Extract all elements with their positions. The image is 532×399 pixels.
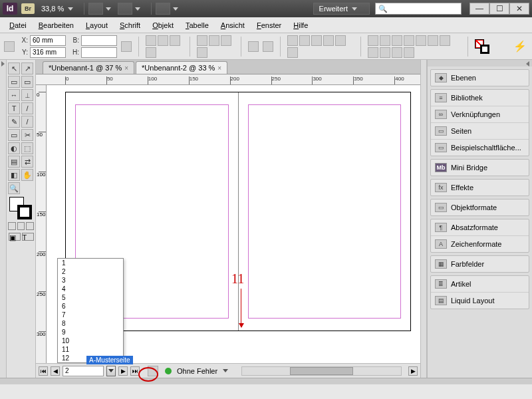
tool-12[interactable]: ◐ [8,142,20,154]
panel-zeichenformate[interactable]: AZeichenformate [431,235,529,252]
workspace-switcher[interactable]: Erweitert [313,3,370,15]
page-list-item[interactable]: 7 [58,311,123,319]
corner-icon[interactable] [428,35,438,46]
page-list-item[interactable]: 6 [58,302,123,311]
stroke-swatch[interactable] [480,45,489,54]
screen-mode-dropdown-icon[interactable] [135,7,140,11]
rotate-cw-icon[interactable] [209,35,219,46]
zoom-level[interactable]: 33,8 % [41,5,64,13]
panel-beispielschaltfl-che-[interactable]: ▭Beispielschaltfläche... [431,139,529,156]
align-right-icon[interactable] [392,35,402,46]
menu-ansicht[interactable]: Ansicht [215,19,250,31]
tool-14[interactable]: ▤ [8,156,20,168]
view-options-button[interactable] [88,3,103,15]
prev-page-button[interactable]: ◀ [51,366,60,376]
tool-16[interactable]: ◧ [8,169,20,181]
dist-v-icon[interactable] [392,47,402,58]
page-number-field[interactable]: 2 [63,366,104,376]
tool-15[interactable]: ⇄ [21,156,33,168]
align-bottom-icon[interactable] [380,47,390,58]
page-dropdown-button[interactable] [106,366,116,376]
align-top-icon[interactable] [440,35,450,46]
dist-h-icon[interactable] [404,35,414,46]
tool-13[interactable]: ⬚ [21,142,33,154]
tool-17[interactable]: ✋ [21,169,33,181]
zoom-dropdown-icon[interactable] [68,7,73,11]
select-container-icon[interactable] [248,41,259,52]
tool-6[interactable]: T [8,102,20,114]
document-tab[interactable]: *Unbenannt-1 @ 37 %× [43,61,134,74]
y-input[interactable]: 316 mm [30,47,66,58]
menu-schrift[interactable]: Schrift [114,19,146,31]
align-vcenter-icon[interactable] [368,47,378,58]
wrap-icon[interactable] [416,35,426,46]
h-input[interactable] [81,47,117,58]
panel-artikel[interactable]: ≣Artikel [431,276,529,292]
panel-liquid-layout[interactable]: ▤Liquid Layout [431,292,529,309]
panel-bibliothek[interactable]: ≡Bibliothek [431,90,529,106]
panel-mini-bridge[interactable]: MbMini Bridge [431,160,529,176]
reference-point-icon[interactable] [4,41,15,52]
scrollbar-thumb[interactable] [290,367,354,375]
tool-9[interactable]: / [21,116,33,128]
arrange-docs-dropdown-icon[interactable] [173,7,178,11]
tool-3[interactable]: ▭ [21,76,33,88]
page-right[interactable] [238,92,411,331]
panel-verkn-pfungen[interactable]: ∞Verknüpfungen [431,106,529,122]
preflight-status-label[interactable]: Ohne Fehler [177,367,217,375]
select-content-icon[interactable] [263,41,273,52]
tool-4[interactable]: ↔ [8,89,20,101]
panel-objektformate[interactable]: ▭Objektformate [431,200,529,215]
menu-hilfe[interactable]: Hilfe [288,19,313,31]
next-page-button[interactable]: ▶ [118,366,128,376]
flip-v-icon[interactable] [221,35,231,46]
page-list-item[interactable]: 3 [58,276,123,285]
view-options-dropdown-icon[interactable] [106,7,111,11]
view-mode-normal-icon[interactable]: ▣ [9,233,21,241]
bridge-badge[interactable]: Br [21,3,35,14]
page-list-item[interactable]: 2 [58,267,123,276]
flip-h-icon[interactable] [197,35,207,46]
fit-content-icon[interactable] [287,35,298,46]
apply-color-icon[interactable] [8,222,16,230]
first-page-button[interactable]: ⏮ [39,366,48,376]
x-input[interactable]: 60 mm [30,35,66,46]
menu-layout[interactable]: Layout [80,19,113,31]
horizontal-scrollbar[interactable] [241,366,402,376]
scale-y-icon[interactable] [170,35,180,46]
page-list-item[interactable]: 8 [58,319,123,328]
tool-18[interactable]: 🔍 [8,182,20,194]
stroke-swatch[interactable] [17,205,32,219]
vertical-scrollbar[interactable] [420,60,427,378]
page-list-item[interactable]: 5 [58,293,123,302]
canvas[interactable]: 123456789101112 11 [47,85,420,363]
page-list-item[interactable]: 1 [58,259,123,267]
page-list-item[interactable]: 10 [58,336,123,345]
rotate-ccw-icon[interactable] [197,47,207,58]
menu-objekt[interactable]: Objekt [147,19,179,31]
apply-gradient-icon[interactable] [17,222,25,230]
menu-tabelle[interactable]: Tabelle [180,19,214,31]
expand-gutter-icon[interactable] [1,61,5,66]
fit-frame-icon[interactable] [299,35,310,46]
screen-mode-button[interactable] [118,3,132,15]
preflight-dropdown-icon[interactable] [223,369,228,372]
fill-stroke-control[interactable] [475,39,489,54]
close-tab-icon[interactable]: × [124,65,128,72]
panel-farbfelder[interactable]: ▦Farbfelder [431,256,529,272]
arrange-docs-button[interactable] [156,3,170,15]
close-tab-icon[interactable]: × [217,65,221,72]
tool-7[interactable]: / [21,102,33,114]
effects-icon[interactable] [404,47,414,58]
tool-5[interactable]: ⟂ [21,89,33,101]
search-input[interactable] [388,5,458,13]
shear-icon[interactable] [146,47,156,58]
page-list-item[interactable]: 11 [58,345,123,354]
close-button[interactable]: ✕ [509,3,529,15]
search-field[interactable]: 🔍 [375,3,462,15]
view-mode-preview-icon[interactable]: T [22,233,34,241]
align-hcenter-icon[interactable] [380,35,390,46]
minimize-button[interactable]: — [469,3,489,15]
apply-none-icon[interactable] [26,222,34,230]
page-list-item[interactable]: 4 [58,285,123,293]
